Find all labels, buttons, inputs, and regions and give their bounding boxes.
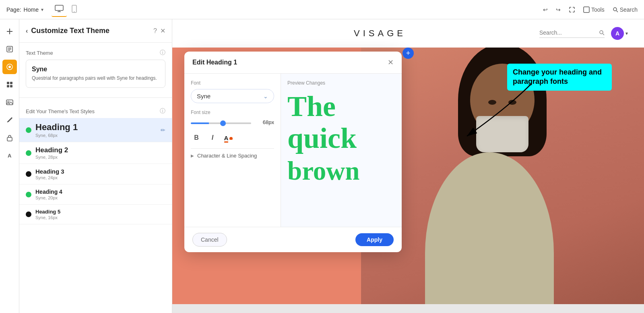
pages-icon[interactable] [2, 42, 17, 56]
media-icon[interactable] [2, 95, 17, 110]
heading-item-5[interactable]: Heading 5 Syne, 16px [19, 205, 172, 224]
top-bar-left: Page: Home ▾ [6, 2, 80, 17]
page-chevron-icon: ▾ [41, 7, 43, 12]
heading-item-3[interactable]: Heading 3 Syne, 24px [19, 164, 172, 184]
info-icon[interactable]: ⓘ [160, 49, 165, 56]
back-button[interactable]: ‹ [26, 27, 28, 35]
mobile-icon[interactable] [68, 2, 80, 17]
svg-rect-0 [55, 5, 63, 10]
heading-5-info: Heading 5 Syne, 16px [35, 209, 165, 220]
svg-point-21 [8, 101, 9, 103]
heading-1-edit-icon[interactable]: ✏ [161, 127, 165, 133]
font-dropdown-icon: ⌄ [263, 93, 268, 99]
pen-icon[interactable] [2, 113, 17, 127]
color-picker-button[interactable]: A [223, 132, 234, 143]
svg-rect-17 [10, 82, 12, 84]
tools-button[interactable]: Tools [583, 6, 605, 13]
modal-footer: Cancel Apply [184, 227, 402, 252]
edit-info-icon[interactable]: ⓘ [160, 108, 165, 115]
top-bar-right: ↩ ↪ Tools Search [543, 6, 638, 13]
icon-bar: A [0, 19, 19, 313]
expand-button[interactable] [569, 6, 575, 13]
heading-3-dot [26, 171, 31, 177]
heading-2-dot [26, 150, 31, 156]
svg-text:A: A [8, 153, 12, 159]
redo-icon: ↪ [556, 6, 561, 13]
main-layout: A ‹ Customize Text Theme ? ✕ Text Theme … [0, 19, 644, 313]
apply-button[interactable]: Apply [355, 233, 394, 246]
page-selector[interactable]: Page: Home ▾ [6, 6, 43, 13]
search-label: Search [620, 6, 638, 13]
search-button[interactable]: Search [613, 6, 638, 13]
svg-rect-20 [6, 100, 13, 105]
heading-item-2[interactable]: Heading 2 Syne, 28px [19, 142, 172, 164]
svg-rect-23 [7, 137, 12, 141]
heading-1-sub: Syne, 68px [35, 133, 157, 138]
font-label: Font [191, 80, 274, 86]
heading-5-dot [26, 211, 31, 217]
close-button[interactable]: ✕ [160, 27, 165, 35]
svg-rect-19 [10, 85, 12, 87]
font-selector[interactable]: Syne ⌄ [191, 89, 274, 103]
heading-4-name: Heading 4 [35, 189, 165, 195]
font-size-label: Font size [191, 110, 274, 115]
heading-item-4[interactable]: Heading 4 Syne, 20px [19, 184, 172, 205]
heading-1-name: Heading 1 [35, 122, 157, 133]
char-spacing-label: Character & Line Spacing [197, 153, 257, 159]
canvas-area: VISAGE A ▾ + [172, 19, 644, 313]
theme-icon[interactable] [2, 60, 17, 74]
svg-point-28 [229, 137, 233, 140]
redo-button[interactable]: ↪ [556, 6, 561, 13]
heading-4-sub: Syne, 20px [35, 195, 165, 200]
italic-button[interactable]: I [207, 132, 218, 143]
font-size-slider[interactable] [191, 122, 251, 124]
add-button[interactable] [2, 24, 17, 39]
edit-heading-modal: Edit Heading 1 ✕ Font Syne ⌄ Font size [184, 52, 402, 252]
help-button[interactable]: ? [153, 27, 157, 35]
cancel-button[interactable]: Cancel [192, 233, 227, 247]
svg-rect-16 [7, 82, 9, 84]
page-label: Page: [6, 6, 21, 13]
preview-label: Preview Changes [287, 80, 325, 86]
modal-overlay: Edit Heading 1 ✕ Font Syne ⌄ Font size [172, 19, 644, 313]
heading-2-name: Heading 2 [35, 146, 165, 154]
text-icon[interactable]: A [2, 148, 17, 163]
theme-card[interactable]: Syne Questrial for paragraphs pairs well… [26, 60, 165, 88]
heading-1-info: Heading 1 Syne, 68px [35, 122, 157, 138]
lock-icon[interactable] [2, 131, 17, 145]
heading-4-info: Heading 4 Syne, 20px [35, 189, 165, 200]
font-size-row: 68px [191, 118, 274, 126]
svg-point-15 [8, 66, 11, 68]
heading-5-name: Heading 5 [35, 209, 165, 215]
undo-button[interactable]: ↩ [543, 6, 548, 13]
top-bar: Page: Home ▾ ↩ ↪ Tools Search [0, 0, 644, 19]
heading-2-sub: Syne, 28px [35, 155, 165, 160]
page-name: Home [24, 6, 39, 13]
panel-header: ‹ Customize Text Theme ? ✕ [19, 19, 172, 43]
tools-label: Tools [591, 6, 605, 13]
char-spacing-chevron: ▶ [191, 153, 194, 158]
heading-4-dot [26, 192, 31, 197]
preview-text: Thequickbrown [287, 91, 359, 187]
svg-point-4 [74, 11, 74, 12]
svg-rect-5 [584, 7, 589, 12]
theme-name: Syne [32, 66, 159, 73]
heading-3-name: Heading 3 [35, 168, 165, 175]
text-theme-section-label: Text Theme ⓘ [19, 43, 172, 60]
heading-1-dot [26, 127, 31, 133]
modal-close-button[interactable]: ✕ [388, 58, 394, 67]
char-spacing-row[interactable]: ▶ Character & Line Spacing [191, 148, 274, 159]
edit-styles-section-label: Edit Your Theme's Text Styles ⓘ [19, 101, 172, 118]
svg-line-7 [616, 10, 618, 12]
undo-icon: ↩ [543, 6, 548, 13]
modal-left: Font Syne ⌄ Font size 68px [184, 74, 281, 227]
heading-3-sub: Syne, 24px [35, 175, 165, 180]
desktop-icon[interactable] [52, 2, 67, 17]
grid-icon[interactable] [2, 77, 17, 92]
modal-header: Edit Heading 1 ✕ [184, 52, 402, 74]
svg-point-6 [613, 8, 617, 11]
bold-button[interactable]: B [191, 132, 202, 143]
heading-item-1[interactable]: Heading 1 Syne, 68px ✏ [19, 118, 172, 142]
heading-3-info: Heading 3 Syne, 24px [35, 168, 165, 180]
modal-right: Preview Changes Thequickbrown [281, 74, 402, 227]
